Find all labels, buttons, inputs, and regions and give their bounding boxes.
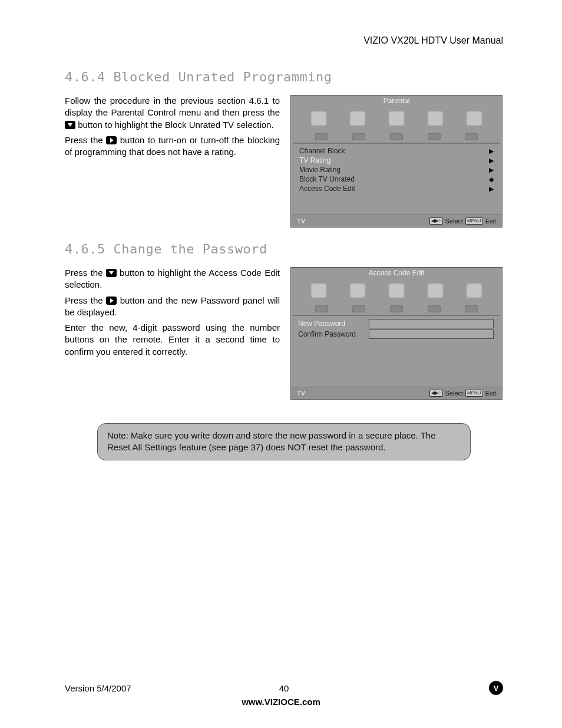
osd-sub-icon [352,133,365,140]
osd-top-icons [291,106,502,131]
osd-item-tv-rating: TV Rating▶ [299,156,502,165]
osd-footer-select: Select [445,390,464,397]
page-footer: Version 5/4/2007 40 V [65,681,503,695]
section-text-2: Press the button to highlight the Access… [65,267,280,400]
osd-sub-icon [315,133,328,140]
chevron-right-icon: ▶ [489,166,494,174]
osd-sub-icon [428,133,441,140]
section-text-1: Follow the procedure in the previous sec… [65,95,280,228]
osd-sub-icon [390,133,403,140]
osd-password-rows: New Password Confirm Password [291,316,502,340]
osd-footer-right: ◀▶÷ Select MENU Exit [429,390,496,397]
osd-sub-icons [291,131,502,143]
note-callout: Note: Make sure you write down and store… [97,423,471,460]
osd-icon [310,283,327,298]
menu-key-icon: MENU [465,218,483,225]
chevron-right-icon: ▶ [489,185,494,193]
osd-sub-icon [465,133,478,140]
osd-item-label: Block TV Unrated [299,175,355,183]
section-body-2: Press the button to highlight the Access… [65,267,503,400]
osd-footer: TV ◀▶÷ Select MENU Exit [291,215,502,227]
chevron-right-icon: ▶ [489,147,494,155]
osd-item-label: Movie Rating [299,166,340,174]
osd-icon [310,111,327,126]
nav-key-icon: ◀▶÷ [429,390,442,397]
osd-icon [427,283,444,298]
osd-icon [349,283,366,298]
osd-row-new-password: New Password [291,318,502,329]
text: Press the [65,135,106,145]
para-2-2: Press the button and the new Password pa… [65,295,280,319]
osd-item-label: Access Code Edit [299,185,355,193]
osd-footer-right: ◀▶÷ Select MENU Exit [429,218,496,225]
text: Follow the procedure in the previous sec… [65,95,280,117]
osd-title: Access Code Edit [291,268,502,278]
section-body-1: Follow the procedure in the previous sec… [65,95,503,228]
osd-top-icons [291,278,502,303]
osd-item-label: Channel Block [299,147,345,155]
footer-url: www.VIZIOCE.com [0,697,562,707]
header-manual-title: VIZIO VX20L HDTV User Manual [65,35,503,46]
manual-page: VIZIO VX20L HDTV User Manual 4.6.4 Block… [0,0,562,728]
osd-icon [466,283,482,298]
nav-key-icon: ◀▶÷ [429,218,442,225]
osd-sub-icon [428,305,441,312]
password-input-box [369,330,494,339]
osd-icon [427,111,444,126]
down-arrow-button-icon [106,269,117,277]
osd-footer: TV ◀▶÷ Select MENU Exit [291,387,502,399]
password-input-box [369,319,494,328]
osd-row-label: New Password [298,319,369,328]
menu-key-icon: MENU [465,390,483,397]
osd-menu-items: Channel Block▶ TV Rating▶ Movie Rating▶ … [291,144,502,193]
osd-icon [466,111,482,126]
osd-sub-icon [352,305,365,312]
osd-sub-icon [315,305,328,312]
osd-item-block-unrated: Block TV Unrated◆ [299,174,502,184]
text: Press the [65,295,106,305]
osd-item-access-code-edit: Access Code Edit▶ [299,184,502,193]
osd-item-label: TV Rating [299,156,330,164]
osd-item-channel-block: Channel Block▶ [299,146,502,156]
text: Press the [65,268,106,278]
osd-footer-exit: Exit [485,390,496,397]
osd-sub-icon [465,305,478,312]
osd-sub-icons [291,303,502,315]
osd-sub-icon [390,305,403,312]
para-1-2: Press the button to turn-on or turn-off … [65,134,280,159]
diamond-icon: ◆ [489,176,494,183]
osd-item-movie-rating: Movie Rating▶ [299,165,502,174]
para-1-1: Follow the procedure in the previous sec… [65,95,280,131]
down-arrow-button-icon [65,121,75,129]
osd-icon [349,111,366,126]
chevron-right-icon: ▶ [489,157,494,164]
para-2-3: Enter the new, 4-digit password using th… [65,322,280,358]
osd-screenshot-password: Access Code Edit New Password [290,267,503,400]
para-2-1: Press the button to highlight the Access… [65,267,280,291]
osd-footer-exit: Exit [485,218,496,225]
osd-footer-left: TV [297,390,305,397]
osd-row-label: Confirm Password [298,330,369,338]
osd-row-confirm-password: Confirm Password [291,329,502,340]
right-arrow-button-icon [106,297,117,305]
section-heading-1: 4.6.4 Blocked Unrated Programming [65,70,503,84]
section-heading-2: 4.6.5 Change the Password [65,242,503,256]
osd-icon [388,111,405,126]
osd-footer-left: TV [297,218,305,225]
osd-title: Parental [291,95,502,106]
right-arrow-button-icon [106,136,117,144]
text: button to highlight the Block Unrated TV… [75,120,274,130]
osd-icon [388,283,405,298]
osd-screenshot-parental: Parental Channel Block▶ TV Rating▶ Movie… [290,95,503,228]
osd-footer-select: Select [445,218,464,225]
footer-page-number: 40 [65,683,503,693]
